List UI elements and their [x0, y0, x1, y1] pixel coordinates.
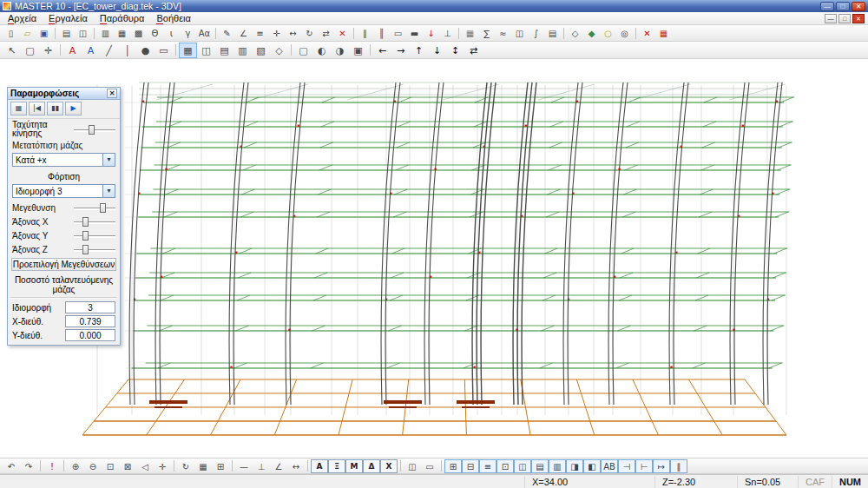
mdi-close-button[interactable]: ✕ [852, 14, 865, 23]
show-nodes-button[interactable]: A [311, 459, 328, 473]
erase-tool-button[interactable]: ✕ [334, 26, 351, 40]
pan-up-button[interactable]: ↑ [410, 43, 428, 58]
solve-tool-button[interactable]: ∑ [478, 26, 495, 40]
move-tool-button[interactable]: ↔ [285, 26, 301, 40]
plan-view-button[interactable]: ▤ [215, 43, 233, 58]
magnify-slider-thumb[interactable] [100, 203, 106, 213]
show-all-button[interactable]: ◫ [404, 459, 421, 473]
panel-titlebar[interactable]: Παραμορφώσεις ✕ [8, 88, 120, 100]
axis-y-slider[interactable] [74, 230, 115, 241]
redraw-button[interactable]: ↻ [177, 459, 194, 473]
open-file-button[interactable]: ▱ [19, 26, 36, 40]
line-tool-button[interactable]: — [235, 459, 253, 473]
magnify-slider[interactable] [74, 202, 115, 214]
axes-tool-button[interactable]: ✛ [268, 26, 285, 40]
pan-tool-button[interactable]: ✛ [39, 43, 57, 58]
results-tool-button[interactable]: ≈ [495, 26, 511, 40]
axis-x-slider-thumb[interactable] [82, 217, 89, 227]
print-preview-button[interactable]: ◫ [75, 26, 91, 40]
new-file-button[interactable]: ▯ [3, 26, 19, 40]
numbering-gamma-button[interactable]: γ [180, 26, 196, 40]
lights-view-button[interactable]: ○ [600, 26, 616, 40]
layout-4-button[interactable]: ⊡ [496, 459, 514, 473]
layout-7-button[interactable]: ▥ [549, 459, 566, 473]
direction-select[interactable]: Κατά +x ▼ [12, 153, 115, 167]
mdi-minimize-button[interactable]: — [825, 14, 837, 23]
show-walls-button[interactable]: Δ [363, 459, 380, 473]
shaded-render-button[interactable]: ◐ [312, 43, 331, 58]
layout-9-button[interactable]: ◧ [583, 459, 601, 473]
menu-item-1[interactable]: Αρχεία [2, 13, 43, 23]
mirror-tool-button[interactable]: ⇄ [318, 26, 334, 40]
layers-button[interactable]: ▦ [114, 26, 130, 40]
node-draw-button[interactable]: ● [136, 43, 155, 58]
column-draw-button[interactable]: │ [118, 43, 136, 58]
layout-8-button[interactable]: ◨ [566, 459, 583, 473]
layout-3-button[interactable]: ≡ [479, 459, 496, 473]
mode-select[interactable]: Ιδιομορφή 3 ▼ [12, 184, 115, 198]
print-view-button[interactable]: ▣ [349, 43, 367, 58]
view-3d-button[interactable]: ◇ [567, 26, 583, 40]
iso-view-button[interactable]: ◇ [270, 43, 288, 58]
layout-2-button[interactable]: ⊟ [462, 459, 479, 473]
redo-button[interactable]: ↷ [20, 459, 37, 473]
menu-item-3[interactable]: Παράθυρα [94, 13, 151, 23]
select-window-button[interactable]: ▢ [21, 43, 39, 58]
align-right-button[interactable]: ⊢ [635, 459, 653, 473]
delete-entity-button[interactable]: ✕ [639, 26, 655, 40]
ortho-toggle-button[interactable]: ⊥ [253, 459, 270, 473]
snap-toggle-button[interactable]: ⊞ [212, 459, 229, 473]
numbering-iota-button[interactable]: ι [163, 26, 180, 40]
speed-slider-thumb[interactable] [89, 125, 95, 135]
zoom-in-button[interactable]: ⊕ [67, 459, 84, 473]
hidden-line-render-button[interactable]: ◑ [331, 43, 349, 58]
supports-tool-button[interactable]: ⊥ [439, 26, 456, 40]
zoom-previous-button[interactable]: ◁ [136, 459, 154, 473]
level-move-button[interactable]: ↕ [446, 43, 464, 58]
level-swap-button[interactable]: ⇄ [464, 43, 483, 58]
map-to-button[interactable]: ↦ [653, 459, 670, 473]
view-mode-3d-button[interactable]: ▦ [179, 43, 197, 58]
beam-draw-button[interactable]: ╱ [100, 43, 118, 58]
deformations-tool-button[interactable]: ∫ [528, 26, 544, 40]
layout-5-button[interactable]: ◫ [514, 459, 531, 473]
font-style-button[interactable]: Αα [196, 26, 213, 40]
preset-magnifications-button[interactable]: Προεπιλογή Μεγεθύνσεων [11, 258, 116, 271]
wireframe-view-button[interactable]: ◫ [197, 43, 215, 58]
rotate-tool-button[interactable]: ↻ [301, 26, 318, 40]
show-loads-button[interactable]: X [380, 459, 398, 473]
toolbox-button[interactable]: ▦ [655, 26, 672, 40]
label-red-button[interactable]: A [63, 43, 82, 58]
select-pointer-button[interactable]: ↖ [3, 43, 21, 58]
slabs-tool-button[interactable]: ▭ [390, 26, 406, 40]
zoom-extents-button[interactable]: ⊠ [119, 459, 136, 473]
pan-right-button[interactable]: → [391, 43, 410, 58]
walls-tool-button[interactable]: ▬ [406, 26, 423, 40]
axis-z-slider[interactable] [74, 244, 115, 255]
minimize-button[interactable]: — [820, 2, 834, 11]
panel-close-button[interactable]: ✕ [107, 89, 117, 98]
distance-tool-button[interactable]: ↔ [287, 459, 305, 473]
axis-x-slider[interactable] [74, 216, 115, 228]
hide-selected-button[interactable]: ▭ [421, 459, 438, 473]
side-view-button[interactable]: ▧ [252, 43, 270, 58]
show-beams-button[interactable]: Ξ [328, 459, 345, 473]
zoom-out-button[interactable]: ⊖ [84, 459, 102, 473]
regenerate-button[interactable]: ! [43, 459, 61, 473]
report-tool-button[interactable]: ▤ [544, 26, 561, 40]
skip-start-button[interactable]: |◀ [29, 102, 45, 115]
3d-model-view[interactable] [0, 59, 868, 458]
save-file-button[interactable]: ▣ [36, 26, 52, 40]
print-button[interactable]: ▤ [58, 26, 75, 40]
grid-settings-button[interactable]: ▩ [130, 26, 147, 40]
pan-left-button[interactable]: ← [373, 43, 391, 58]
measure-tool-button[interactable]: ≡ [252, 26, 268, 40]
layout-6-button[interactable]: ▤ [531, 459, 549, 473]
axis-z-slider-thumb[interactable] [82, 245, 89, 254]
chevron-down-icon[interactable]: ▼ [102, 154, 115, 166]
chevron-down-icon[interactable]: ▼ [102, 185, 115, 197]
speed-slider[interactable] [74, 124, 115, 135]
zoom-window-button[interactable]: ⊡ [102, 459, 119, 473]
copy-drawing-button[interactable]: ▥ [97, 26, 114, 40]
mesh-tool-button[interactable]: ▦ [462, 26, 478, 40]
